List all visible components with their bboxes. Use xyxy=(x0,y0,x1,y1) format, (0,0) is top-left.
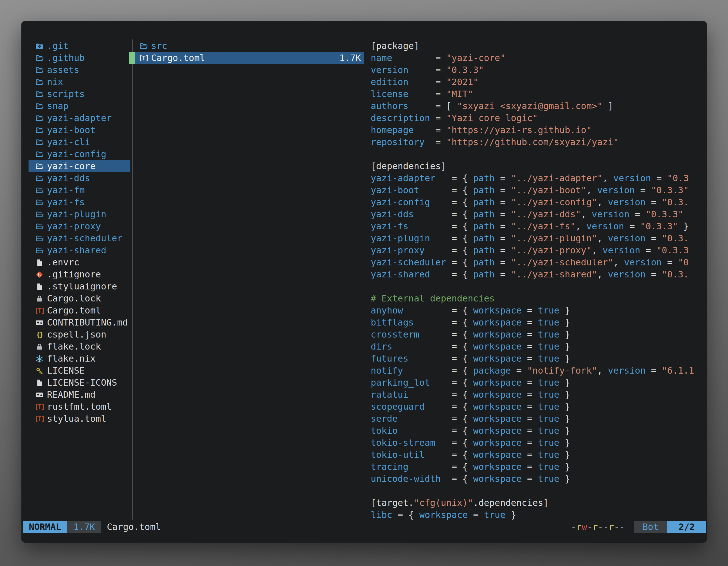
code-token: "../yazi-boot" xyxy=(511,185,586,196)
file-name: scripts xyxy=(47,88,85,100)
markdown-icon xyxy=(35,389,44,401)
code-token: anyhow xyxy=(371,305,403,316)
code-token: = { xyxy=(408,221,473,232)
code-token: true xyxy=(538,377,559,388)
file-row[interactable]: Cargo.lock xyxy=(29,292,130,304)
file-row[interactable]: [T]Cargo.toml1.7K xyxy=(135,52,364,64)
code-token: "cfg(unix)" xyxy=(414,497,473,508)
code-token: = xyxy=(522,389,538,400)
file-row[interactable]: yazi-boot xyxy=(29,124,130,136)
code-token: version xyxy=(613,173,651,184)
file-row[interactable]: CONTRIBUTING.md xyxy=(29,316,130,328)
code-line: libc = { workspace = true } xyxy=(371,509,704,521)
code-token: = xyxy=(522,329,538,340)
code-line: description = "Yazi core logic" xyxy=(371,112,704,124)
folder-icon xyxy=(35,148,44,160)
code-token: = { xyxy=(392,509,419,520)
file-name: yazi-fs xyxy=(47,196,85,208)
file-row[interactable]: .git xyxy=(29,40,130,52)
code-token: yazi-scheduler xyxy=(371,257,446,268)
file-row[interactable]: {}cspell.json xyxy=(29,328,130,340)
code-token: tracing xyxy=(371,461,408,472)
file-row[interactable]: yazi-proxy xyxy=(29,220,130,233)
scroll-position-chip: Bot xyxy=(634,521,667,533)
file-row[interactable]: .envrc xyxy=(29,257,130,269)
code-token: = xyxy=(495,173,511,184)
code-token: = xyxy=(630,209,646,220)
folder-icon xyxy=(35,208,44,220)
code-line: bitflags = { workspace = true } xyxy=(371,316,704,328)
code-token: } xyxy=(559,449,570,460)
code-token: version xyxy=(608,365,646,376)
code-token: workspace xyxy=(473,317,522,328)
file-row[interactable]: .gitignore xyxy=(29,269,130,281)
code-token: = xyxy=(495,221,511,232)
code-token: = { xyxy=(430,233,473,244)
toml-icon: [T] xyxy=(35,304,44,316)
file-row[interactable]: flake.nix xyxy=(29,353,130,365)
file-row[interactable]: assets xyxy=(29,64,130,76)
file-row[interactable]: src xyxy=(135,40,364,52)
code-token: "../yazi-proxy" xyxy=(511,245,592,256)
code-token: license xyxy=(371,89,408,99)
code-token: "0.3. xyxy=(662,269,689,280)
permission-char: r xyxy=(609,521,614,533)
code-line: scopeguard = { workspace = true } xyxy=(371,401,704,413)
file-name: .gitignore xyxy=(47,269,101,281)
code-token: "0.3. xyxy=(662,197,689,208)
folder-icon xyxy=(35,184,44,196)
file-name: yazi-boot xyxy=(47,124,95,136)
file-preview-pane[interactable]: [package]name = "yazi-core"version = "0.… xyxy=(371,40,704,521)
file-row[interactable]: LICENSE xyxy=(29,365,130,377)
code-token: = { xyxy=(446,257,473,268)
file-row[interactable]: LICENSE-ICONS xyxy=(29,377,130,389)
code-token: path xyxy=(473,185,495,196)
code-token: "../yazi-scheduler" xyxy=(511,257,613,268)
code-token: = xyxy=(640,245,656,256)
file-row[interactable]: .github xyxy=(29,52,130,64)
file-row[interactable]: yazi-shared xyxy=(29,245,130,257)
code-token: true xyxy=(538,401,559,412)
code-line: authors = [ "sxyazi <sxyazi@gmail.com>" … xyxy=(371,100,704,112)
code-token: "yazi-core" xyxy=(446,53,506,63)
file-row[interactable]: yazi-core xyxy=(29,160,130,172)
folder-icon xyxy=(35,220,44,233)
code-token: = xyxy=(495,245,511,256)
code-line: ratatui = { workspace = true } xyxy=(371,389,704,401)
git-icon xyxy=(35,269,44,281)
file-row[interactable]: [T]Cargo.toml xyxy=(29,304,130,316)
code-token: = xyxy=(624,221,640,232)
folder-icon xyxy=(35,136,44,148)
code-token: = { xyxy=(408,461,473,472)
code-token: } xyxy=(559,425,570,436)
file-row[interactable]: yazi-plugin xyxy=(29,208,130,220)
code-token: } xyxy=(559,317,570,328)
file-row[interactable]: [T]stylua.toml xyxy=(29,413,130,425)
code-token: "0.3.3" xyxy=(446,65,484,75)
file-row[interactable]: README.md xyxy=(29,389,130,401)
code-token: workspace xyxy=(473,377,522,388)
code-token: = { xyxy=(408,389,473,400)
file-row[interactable]: [T]rustfmt.toml xyxy=(29,401,130,413)
file-row[interactable]: yazi-dds xyxy=(29,172,130,184)
code-token: } xyxy=(559,413,570,424)
file-row[interactable]: yazi-adapter xyxy=(29,112,130,124)
code-token: } xyxy=(559,401,570,412)
folder-icon xyxy=(35,160,44,172)
pane-divider xyxy=(367,39,367,520)
file-row[interactable]: yazi-config xyxy=(29,148,130,160)
file-row[interactable]: yazi-cli xyxy=(29,136,130,148)
file-row[interactable]: yazi-fm xyxy=(29,184,130,196)
code-token: true xyxy=(538,317,559,328)
code-token: scopeguard xyxy=(371,401,425,412)
file-row[interactable]: yazi-fs xyxy=(29,196,130,208)
file-row[interactable]: yazi-scheduler xyxy=(29,233,130,245)
file-row[interactable]: snap xyxy=(29,100,130,112)
code-token: , xyxy=(602,173,613,184)
file-row[interactable]: .styluaignore xyxy=(29,281,130,292)
file-row[interactable]: nix xyxy=(29,76,130,88)
code-line: anyhow = { workspace = true } xyxy=(371,304,704,316)
file-row[interactable]: flake.lock xyxy=(29,340,130,353)
file-row[interactable]: scripts xyxy=(29,88,130,100)
file-name: nix xyxy=(47,76,63,88)
